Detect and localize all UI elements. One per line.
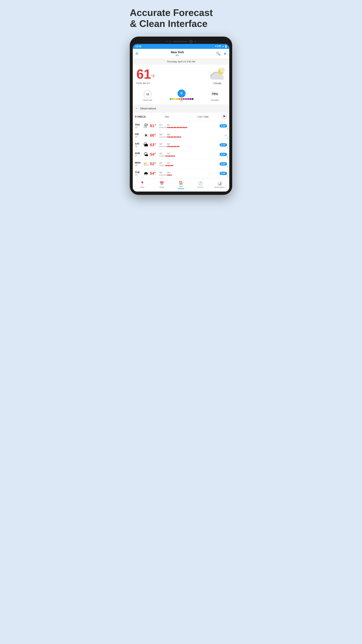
svg-rect-9 bbox=[211, 77, 224, 80]
forecast-icon: 🌧 bbox=[142, 171, 150, 176]
uv-seg-6 bbox=[183, 98, 185, 100]
daily-nav-icon: 📅 bbox=[159, 181, 164, 186]
nav-item-meteogram[interactable]: 📊Meteogram bbox=[214, 181, 225, 188]
current-temp: 61 bbox=[136, 67, 151, 82]
chevron-down-icon: ▼ bbox=[226, 146, 229, 149]
forecast-precip: 0.10" bbox=[218, 144, 227, 146]
wifi-icon: ▾ bbox=[215, 45, 216, 48]
stats-row: 11 Wind mph 0 UV 79% Humidity bbox=[133, 88, 229, 105]
forecast-range: 50°54° bbox=[159, 172, 218, 176]
uv-seg-4 bbox=[178, 98, 180, 100]
rain-icon-header: ☂ bbox=[221, 114, 227, 120]
forecast-temp: 63° bbox=[150, 142, 159, 147]
back-arrow-icon[interactable]: ← bbox=[135, 106, 139, 110]
nav-item-map[interactable]: 📍Map bbox=[137, 181, 148, 188]
uv-seg-5 bbox=[181, 98, 182, 100]
location-icon[interactable]: ➤ bbox=[224, 52, 227, 56]
phone-outer: 12:00 ▾ LTE ▲ ▓ ⚙ New York NY 🔍 ➤ Thursd… bbox=[130, 36, 232, 195]
svg-point-1 bbox=[220, 68, 225, 73]
uv-seg-10 bbox=[192, 98, 193, 100]
forecast-precip: 0.19" bbox=[218, 124, 227, 127]
city-name: New York bbox=[171, 51, 184, 54]
settings-icon[interactable]: ⚙ bbox=[135, 52, 139, 56]
uv-seg-9 bbox=[189, 98, 191, 100]
uv-bar bbox=[170, 98, 193, 100]
forecast-range: 52°63° bbox=[159, 143, 218, 147]
forecast-precip: 0" bbox=[218, 134, 227, 137]
chevron-down-icon: ▼ bbox=[226, 175, 229, 178]
humidity-value: 79% bbox=[211, 90, 219, 98]
forecast-range: 43°54° bbox=[159, 152, 218, 156]
battery-icon: ▓ bbox=[225, 45, 227, 48]
forecast-day: SUN17 bbox=[135, 152, 142, 157]
hourly-nav-label: Hourly bbox=[197, 186, 203, 188]
wind-stat: 11 Wind mph bbox=[143, 90, 152, 101]
range-column-label: Low | High bbox=[185, 115, 221, 118]
humidity-stat: 79% Humidity bbox=[211, 90, 219, 101]
forecast-icon: 🌦 bbox=[142, 142, 150, 148]
uv-stat: 0 UV bbox=[170, 90, 193, 102]
observations-row[interactable]: ← Observations bbox=[133, 105, 229, 112]
uv-label: UV bbox=[170, 100, 193, 102]
chevron-down-icon: ▼ bbox=[226, 137, 229, 140]
forecast-row[interactable]: THU14⛈81°57°81°0.19"▼ bbox=[133, 121, 229, 131]
forecast-precip: 0.04" bbox=[218, 153, 227, 156]
map-nav-icon: 📍 bbox=[140, 181, 145, 186]
bottom-nav: 📍Map📅Daily🏠Now🕐Hourly📊Meteogram bbox=[133, 178, 229, 192]
chevron-down-icon: ▼ bbox=[226, 156, 229, 158]
temp-unit: °F bbox=[151, 74, 155, 78]
forecast-temp: 54° bbox=[150, 152, 159, 157]
forecast-precip: 0.03" bbox=[218, 163, 227, 165]
current-weather: 61°F Feels like 61° bbox=[133, 64, 229, 88]
chevron-down-icon: ▼ bbox=[226, 127, 229, 130]
forecast-icon: ⛅ bbox=[142, 161, 150, 167]
daily-nav-label: Daily bbox=[159, 186, 164, 188]
search-icon[interactable]: 🔍 bbox=[216, 52, 221, 56]
forecast-header: FORECA Day Low | High ☂ bbox=[133, 112, 229, 121]
lte-label: LTE bbox=[217, 45, 221, 48]
forecast-temp: 81° bbox=[150, 124, 159, 128]
forecast-range: 43°52° bbox=[159, 162, 218, 166]
forecast-day: THU14 bbox=[135, 123, 142, 128]
forecast-day: TUE19 bbox=[135, 171, 142, 176]
forecast-icon: ☀ bbox=[142, 133, 150, 138]
nav-item-now[interactable]: 🏠Now bbox=[176, 180, 186, 189]
now-nav-icon: 🏠 bbox=[179, 180, 183, 185]
meteogram-nav-icon: 📊 bbox=[217, 181, 222, 186]
forecast-day: SAT16 bbox=[135, 142, 142, 148]
headline: Accurate Forecast & Clean Interface bbox=[130, 7, 232, 29]
wind-value: 11 bbox=[146, 92, 149, 96]
nav-item-daily[interactable]: 📅Daily bbox=[156, 181, 167, 188]
forecast-row[interactable]: TUE19🌧54°50°54°0.48"▼ bbox=[133, 169, 229, 178]
nav-item-hourly[interactable]: 🕐Hourly bbox=[195, 181, 206, 188]
uv-value: 0 bbox=[181, 92, 182, 95]
chevron-down-icon: ▼ bbox=[226, 166, 229, 168]
day-column-label: Day bbox=[149, 115, 185, 118]
forecast-row[interactable]: SAT16🌦63°52°63°0.10"▼ bbox=[133, 140, 229, 150]
forecast-row[interactable]: MON18⛅52°43°52°0.03"▼ bbox=[133, 159, 229, 169]
state-name: NY bbox=[176, 54, 179, 57]
app-header: ⚙ New York NY 🔍 ➤ bbox=[133, 49, 229, 59]
uv-seg-0 bbox=[170, 98, 171, 100]
forecast-icon: 🌤 bbox=[142, 152, 150, 157]
humidity-label: Humidity bbox=[211, 99, 219, 101]
map-nav-label: Map bbox=[140, 186, 144, 188]
forecast-row[interactable]: FRI15☀66°50°66°0"▼ bbox=[133, 131, 229, 140]
forecast-icon: ⛈ bbox=[142, 123, 150, 129]
forecast-day: FRI15 bbox=[135, 133, 142, 138]
uv-seg-8 bbox=[187, 98, 189, 100]
weather-icon bbox=[209, 68, 226, 81]
forecast-temp: 54° bbox=[150, 171, 159, 176]
status-time: 12:00 bbox=[135, 45, 141, 48]
uv-seg-3 bbox=[176, 98, 178, 100]
foreca-brand: FORECA bbox=[135, 115, 146, 118]
uv-seg-1 bbox=[172, 98, 174, 100]
forecast-row[interactable]: SUN17🌤54°43°54°0.04"▼ bbox=[133, 150, 229, 159]
forecast-range: 50°66° bbox=[159, 133, 218, 138]
forecast-temp: 66° bbox=[150, 133, 159, 138]
hourly-nav-icon: 🕐 bbox=[198, 181, 203, 186]
forecast-day: MON18 bbox=[135, 161, 142, 167]
feels-like: Feels like 61° bbox=[136, 82, 155, 84]
uv-seg-7 bbox=[185, 98, 187, 100]
location-display: New York NY bbox=[171, 51, 184, 57]
